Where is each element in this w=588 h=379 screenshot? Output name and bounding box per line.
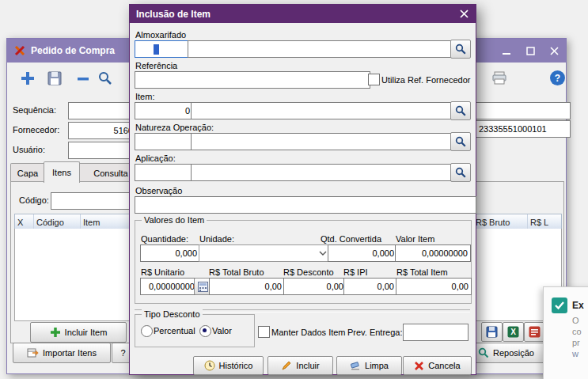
natureza-code-input[interactable] — [135, 133, 193, 150]
quantidade-value: 0,000 — [175, 248, 197, 258]
column-x[interactable]: X — [15, 214, 34, 229]
natureza-name-input[interactable] — [191, 133, 453, 150]
manter-dados-label: Manter Dados Item — [271, 328, 346, 337]
natureza-search-button[interactable] — [450, 132, 471, 151]
observacao-input[interactable] — [135, 196, 476, 214]
historico-label: Histórico — [219, 361, 253, 370]
modal-titlebar: Inclusão de Item — [130, 5, 476, 23]
rs-desconto-label: R$ Desconto — [283, 267, 334, 277]
rs-unitario-value: 0,00000000 — [149, 282, 195, 291]
new-button[interactable] — [18, 69, 37, 88]
search-icon — [97, 70, 113, 86]
quantidade-input[interactable]: 0,000 — [140, 244, 200, 262]
modal-close-button[interactable] — [452, 5, 476, 23]
item-code-input[interactable]: 0 — [135, 102, 193, 119]
rs-total-item-input[interactable]: 0,00 — [396, 278, 472, 295]
modal-title: Inclusão de Item — [136, 9, 211, 20]
help-button[interactable]: ? — [550, 70, 565, 85]
aplicacao-code-input[interactable] — [135, 164, 193, 181]
manter-dados-checkbox[interactable] — [258, 326, 270, 338]
search-icon — [455, 105, 466, 116]
text-selection-caret — [154, 44, 159, 55]
search-icon — [455, 44, 466, 55]
close-icon — [460, 9, 469, 18]
rs-ipi-input[interactable]: 0,00 — [343, 278, 397, 295]
tab-consulta-itens-label: Consulta I — [93, 169, 133, 178]
aplicacao-name-input[interactable] — [191, 164, 453, 181]
clock-icon — [204, 360, 215, 371]
cancela-button[interactable]: Cancela — [403, 356, 472, 375]
aux-input[interactable] — [476, 102, 571, 119]
svg-text:X: X — [510, 328, 516, 336]
minus-icon — [76, 71, 90, 85]
printer-icon — [491, 71, 507, 85]
pencil-icon — [281, 360, 292, 371]
aplicacao-search-button[interactable] — [450, 163, 471, 182]
inclusao-de-item-dialog: Inclusão de Item Almoxarifado Referência… — [129, 4, 476, 375]
print-button[interactable] — [490, 69, 509, 88]
save-button[interactable] — [45, 69, 64, 88]
toast-text-line: pr — [572, 338, 580, 347]
import-icon — [27, 347, 39, 358]
documento-input[interactable]: 23335551000101 — [476, 120, 571, 138]
tab-itens[interactable]: Itens — [44, 161, 80, 183]
item-search-button[interactable] — [450, 101, 471, 120]
column-rs-bruto[interactable]: R$ Bruto — [473, 214, 528, 229]
rs-desconto-input[interactable]: 0,00 — [283, 278, 347, 295]
remove-button[interactable] — [74, 69, 93, 88]
close-button[interactable] — [542, 39, 566, 63]
almoxarifado-search-button[interactable] — [450, 40, 471, 59]
rs-total-bruto-input[interactable]: 0,00 — [209, 278, 285, 295]
usuario-input[interactable] — [68, 142, 136, 159]
referencia-input[interactable] — [135, 71, 370, 89]
valor-item-input[interactable]: 0,00000000 — [395, 244, 471, 262]
fornecedor-input[interactable]: 5166 — [68, 122, 136, 139]
export-disk-button[interactable] — [481, 322, 503, 342]
export-excel-button[interactable]: X — [503, 322, 524, 342]
maximize-icon — [526, 47, 535, 55]
notification-toast[interactable]: Ex O co pr w — [543, 286, 588, 379]
prev-entrega-input[interactable] — [403, 324, 469, 341]
referencia-label: Referência — [135, 61, 177, 70]
export-pdf-button[interactable] — [524, 322, 545, 342]
reposicao-search-icon — [478, 347, 489, 358]
codigo-input[interactable] — [51, 192, 130, 210]
help-label: ? — [555, 73, 560, 84]
qtd-convertida-input[interactable]: 0,000 — [328, 244, 397, 262]
column-codigo[interactable]: Código — [34, 214, 81, 229]
importar-itens-button[interactable]: Importar Itens — [13, 343, 111, 363]
historico-button[interactable]: Histórico — [193, 356, 264, 375]
sequencia-input[interactable] — [68, 102, 136, 119]
disk-icon — [486, 326, 498, 338]
almoxarifado-label: Almoxarifado — [135, 30, 186, 40]
calculator-icon — [198, 282, 208, 292]
cancel-x-icon — [414, 361, 424, 371]
incluir-button[interactable]: Incluir — [267, 356, 333, 375]
toast-text-line: O — [572, 316, 579, 325]
search-button[interactable] — [96, 69, 115, 88]
utiliza-ref-checkbox[interactable] — [368, 74, 380, 85]
plus-icon — [20, 70, 36, 86]
toast-title: Ex — [572, 300, 584, 311]
valor-radio[interactable] — [199, 325, 211, 337]
fornecedor-label: Fornecedor: — [13, 125, 59, 135]
rs-unitario-input[interactable]: 0,00000000 — [140, 278, 197, 295]
tab-capa[interactable]: Capa — [10, 163, 45, 182]
unidade-select[interactable] — [199, 244, 330, 262]
item-name-input[interactable] — [191, 102, 453, 119]
column-rs-liquido[interactable]: R$ L — [528, 214, 561, 229]
percentual-radio[interactable] — [141, 325, 153, 337]
almoxarifado-code-input[interactable] — [135, 40, 190, 58]
rs-total-bruto-value: 0,00 — [265, 282, 282, 291]
natureza-operacao-label: Natureza Operação: — [135, 123, 214, 132]
toast-app-icon — [552, 298, 567, 313]
maximize-button[interactable] — [518, 39, 542, 63]
sequencia-label: Sequência: — [13, 105, 56, 115]
toast-link[interactable]: w — [572, 349, 579, 358]
minimize-button[interactable] — [495, 39, 518, 63]
incluir-item-button[interactable]: Incluir Item — [30, 322, 127, 343]
pdf-icon — [529, 326, 541, 338]
check-icon — [555, 301, 564, 310]
limpa-button[interactable]: Limpa — [336, 356, 402, 375]
almoxarifado-name-input[interactable] — [188, 40, 453, 58]
